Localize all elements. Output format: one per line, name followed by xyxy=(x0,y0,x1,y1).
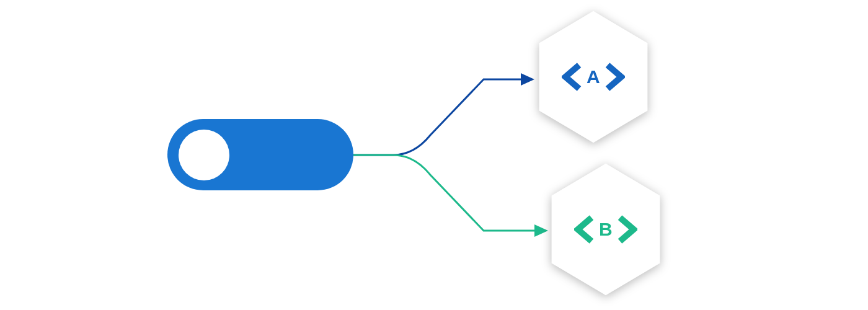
code-a-icon: A xyxy=(562,63,625,91)
variant-a-tile: A xyxy=(534,9,652,145)
variant-a-label: A xyxy=(587,66,600,87)
angle-left-icon xyxy=(562,63,583,91)
toggle-knob-icon xyxy=(179,130,229,180)
arrow-to-a xyxy=(353,79,521,155)
feature-toggle[interactable] xyxy=(167,119,353,190)
angle-right-icon xyxy=(604,63,625,91)
angle-left-icon xyxy=(574,215,595,244)
connector-arrows xyxy=(0,0,868,310)
arrowhead-a-icon xyxy=(521,73,534,86)
code-b-icon: B xyxy=(574,215,637,244)
feature-flag-diagram: A B xyxy=(0,0,868,310)
arrow-to-b xyxy=(353,155,534,231)
variant-b-label: B xyxy=(599,219,613,240)
angle-right-icon xyxy=(616,215,637,244)
arrowhead-b-icon xyxy=(534,224,548,237)
variant-b-tile: B xyxy=(547,161,665,298)
